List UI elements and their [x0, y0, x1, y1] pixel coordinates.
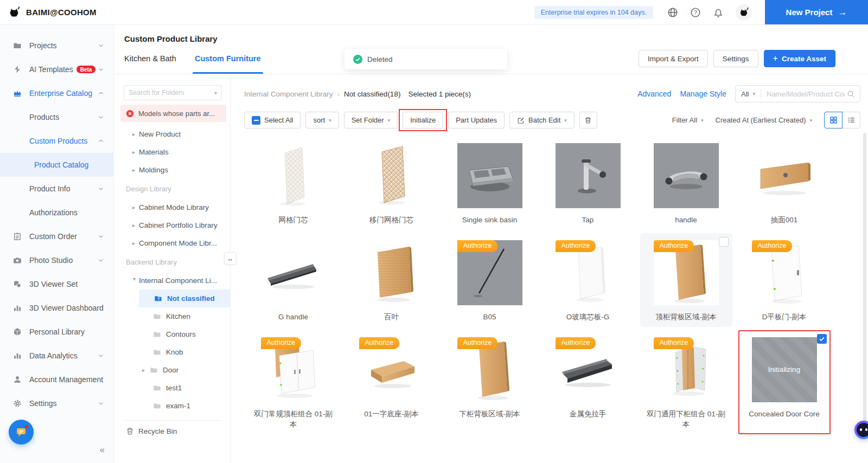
advanced-link[interactable]: Advanced	[637, 89, 671, 98]
product-card[interactable]: Authorize金属免拉手	[542, 330, 634, 434]
sidebar-item-product-catalog[interactable]: Product Catalog	[0, 153, 113, 177]
folder-item-contours[interactable]: Contours	[114, 325, 230, 343]
select-all-checkbox[interactable]	[252, 116, 260, 125]
folder-item-door[interactable]: ▸Door	[114, 361, 230, 379]
product-checkbox[interactable]	[719, 237, 729, 247]
folder-item-moldings[interactable]: ▸Moldings	[114, 161, 230, 179]
tree-expand-icon[interactable]: ▸	[132, 222, 139, 228]
folder-item-materials[interactable]: ▸Materials	[114, 143, 230, 161]
product-card[interactable]: 百叶	[346, 233, 438, 327]
sidebar-item-account-management[interactable]: Account Management	[0, 368, 113, 391]
product-card[interactable]: AuthorizeD平板门-副本	[738, 233, 831, 327]
chat-fab-button[interactable]	[9, 420, 34, 445]
gear-icon	[13, 399, 22, 408]
authorize-badge: Authorize	[359, 337, 400, 349]
search-filter-select[interactable]: All ▾	[736, 90, 761, 98]
product-card[interactable]: Single sink basin	[444, 136, 536, 230]
product-card[interactable]: AuthorizeO玻璃芯板-G	[542, 233, 634, 327]
set-folder-button[interactable]: Set Folder▾	[344, 112, 398, 128]
parts-alert[interactable]: Models whose parts ar...	[120, 105, 226, 122]
sidebar-item-settings[interactable]: Settings	[0, 391, 113, 415]
sidebar-item-data-analytics[interactable]: Data Analytics	[0, 344, 113, 368]
panel-resize-handle[interactable]: ↔	[224, 252, 237, 265]
product-card[interactable]: Authorize下柜背板区域-副本	[444, 330, 536, 434]
manage-style-link[interactable]: Manage Style	[680, 89, 726, 98]
sidebar-item-enterprise-catalog[interactable]: Enterprise Catalog	[0, 81, 113, 105]
product-card[interactable]: Authorize双门常规顶柜组合 01-副本	[247, 330, 340, 434]
sidebar-item-3d-viewer-set[interactable]: 3D Viewer Set	[0, 272, 113, 296]
product-card[interactable]: 抽面001	[738, 136, 831, 230]
tree-expand-icon[interactable]: ▸	[142, 367, 149, 373]
sidebar-item-photo-studio[interactable]: Photo Studio	[0, 248, 113, 272]
product-card[interactable]: G handle	[247, 233, 340, 327]
avatar[interactable]	[736, 4, 752, 21]
batch-edit-button[interactable]: Batch Edit▾	[509, 112, 575, 128]
folder-icon	[153, 402, 161, 410]
tree-expand-icon[interactable]: ▸	[132, 131, 139, 137]
folder-item-component-mode-libr-[interactable]: ▸Component Mode Libr...	[114, 234, 230, 252]
sidebar-item-authorizations[interactable]: Authorizations	[0, 201, 113, 224]
folder-item-new-product[interactable]: ▸New Product	[114, 125, 230, 143]
globe-icon[interactable]	[667, 7, 678, 18]
app-frame: ProjectsAI TemplatesBetaEnterprise Catal…	[0, 25, 868, 463]
sidebar-item-product-info[interactable]: Product Info	[0, 177, 113, 201]
product-card[interactable]: Tap	[542, 136, 634, 230]
select-all-button[interactable]: Select All	[244, 112, 301, 128]
folder-item-internal-component-li-[interactable]: ▸Internal Component Li...	[114, 272, 230, 290]
folder-item-knob[interactable]: Knob	[114, 343, 230, 361]
bell-icon[interactable]	[713, 7, 724, 18]
product-card[interactable]: handle	[640, 136, 732, 230]
folder-item-not-classified[interactable]: ?Not classified	[139, 290, 230, 307]
folder-search[interactable]: ▾	[124, 85, 222, 100]
tab-kitchen-bath[interactable]: Kitchen & Bath	[124, 43, 176, 74]
search-icon[interactable]	[847, 90, 855, 98]
product-card[interactable]: AuthorizeB05	[444, 233, 536, 327]
tree-expand-icon[interactable]: ▸	[132, 167, 139, 173]
new-project-button[interactable]: New Project →	[765, 0, 868, 24]
sidebar-item-ai-templates[interactable]: AI TemplatesBeta	[0, 57, 113, 81]
folder-item-exam-1[interactable]: exam-1	[114, 397, 230, 415]
product-card[interactable]: Authorize顶柜背板区域-副本	[640, 233, 732, 327]
sort-order-dropdown[interactable]: Created At (Earliest Created) ▾	[716, 116, 812, 124]
folder-item-test1[interactable]: test1	[114, 379, 230, 397]
product-card[interactable]: Authorize双门通用下柜组合 01-副本	[640, 330, 732, 434]
folder-item-cabinet-portfolio-library[interactable]: ▸Cabinet Portfolio Library	[114, 216, 230, 234]
settings-button[interactable]: Settings	[713, 50, 758, 67]
import-export-button[interactable]: Import & Export	[639, 50, 708, 67]
list-view-button[interactable]	[842, 112, 860, 128]
tree-expand-icon[interactable]: ▸	[132, 149, 139, 155]
tree-expand-icon[interactable]: ▸	[132, 204, 139, 210]
folder-item-kitchen[interactable]: Kitchen	[114, 307, 230, 325]
sort-button[interactable]: sort▾	[305, 112, 339, 128]
help-icon[interactable]: ?	[690, 7, 701, 18]
part-updates-button[interactable]: Part Updates	[448, 112, 505, 128]
filter-all-dropdown[interactable]: Filter All ▾	[672, 116, 704, 124]
sidebar-item-custom-order[interactable]: Custom Order	[0, 224, 113, 248]
sidebar-item-custom-products[interactable]: Custom Products	[0, 129, 113, 153]
sidebar-item-3d-viewer-dashboard[interactable]: 3D Viewer Dashboard	[0, 296, 113, 320]
scrollbar-thumb[interactable]	[863, 133, 866, 426]
product-card[interactable]: 网格门芯	[247, 136, 340, 230]
sidebar-item-products[interactable]: Products	[0, 105, 113, 129]
recycle-bin[interactable]: Recycle Bin	[114, 421, 230, 435]
tree-expand-icon[interactable]: ▸	[132, 240, 139, 246]
initialize-button[interactable]: Initialize	[403, 112, 443, 128]
breadcrumb-root[interactable]: Internal Component Library	[244, 90, 333, 98]
sidebar-item-projects[interactable]: Projects	[0, 34, 113, 57]
product-card[interactable]: 移门网格门芯	[346, 136, 438, 230]
product-card[interactable]: Authorize01一字底座-副本	[346, 330, 438, 434]
tree-expand-icon[interactable]: ▸	[132, 278, 138, 285]
folder-item-cabinet-mode-library[interactable]: ▸Cabinet Mode Library	[114, 198, 230, 216]
delete-button[interactable]	[579, 112, 597, 128]
grid-view-button[interactable]	[824, 112, 843, 128]
sidebar-item-personal-library[interactable]: Personal Library	[0, 320, 113, 344]
collapse-sidebar-icon[interactable]: «	[100, 445, 105, 455]
filters: Filter All ▾ Created At (Earliest Create…	[672, 112, 860, 128]
product-checkbox[interactable]	[817, 334, 827, 344]
tab-custom-furniture[interactable]: Custom Furniture	[195, 43, 261, 74]
plus-icon: +	[773, 54, 778, 63]
create-asset-button[interactable]: +Create Asset	[764, 50, 835, 67]
folder-search-input[interactable]	[129, 89, 214, 97]
product-card[interactable]: InitializingConcealed Door Core	[738, 330, 831, 434]
search-input[interactable]	[761, 90, 847, 98]
